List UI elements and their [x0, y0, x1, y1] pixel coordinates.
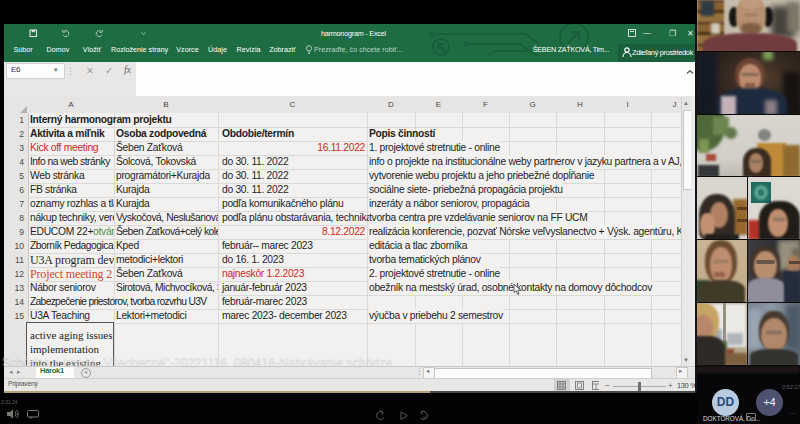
svg-text:30: 30	[423, 416, 427, 420]
